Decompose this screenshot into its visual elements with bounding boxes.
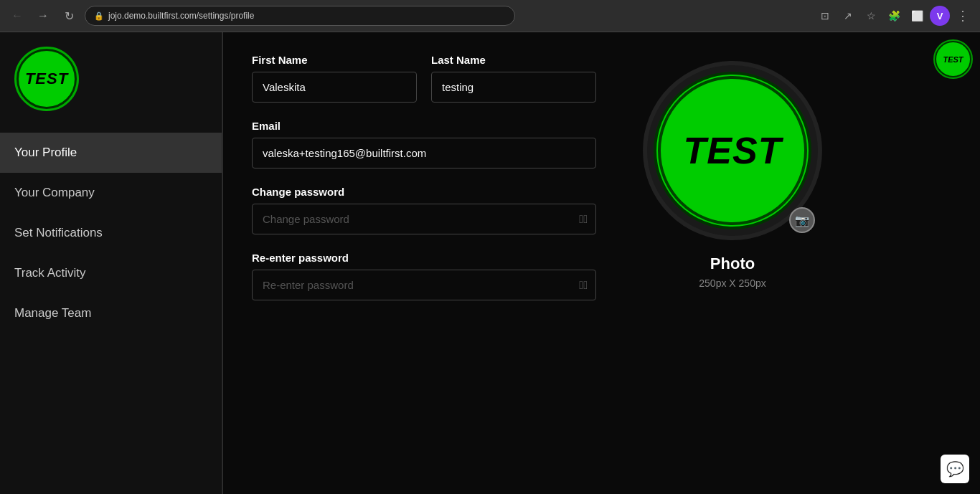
sidebar-nav: Your Profile Your Company Set Notificati… (0, 133, 222, 333)
email-input[interactable] (252, 138, 596, 168)
sidebar-item-label: Set Notifications (14, 226, 103, 239)
reenter-password-input[interactable] (252, 270, 596, 300)
last-name-group: Last Name (431, 54, 596, 103)
photo-label: Photo (710, 255, 755, 273)
sidebar: TEST Your Profile Your Company Set Notif… (0, 32, 222, 494)
chat-icon: 💬 (946, 460, 964, 478)
change-password-group: Change password 👁̸ (252, 186, 596, 234)
extensions-button[interactable]: 🧩 (884, 6, 904, 26)
sidebar-item-label: Your Company (14, 186, 95, 199)
chat-button[interactable]: 💬 (941, 455, 969, 483)
profile-avatar-text: TEST (684, 129, 782, 172)
profile-avatar-container: TEST 📷 (643, 61, 822, 240)
change-password-label: Change password (252, 186, 596, 198)
top-right-badge: TEST (933, 39, 973, 79)
eye-slash-icon: 👁̸ (579, 213, 588, 226)
browser-actions: ⊡ ↗ ☆ 🧩 ⬜ V ⋮ (815, 6, 973, 26)
photo-size: 250px X 250px (699, 277, 765, 289)
reload-button[interactable]: ↻ (59, 6, 79, 26)
address-bar: 🔒 jojo.demo.builtfirst.com/settings/prof… (85, 6, 515, 26)
sidebar-item-label: Track Activity (14, 266, 86, 280)
logo-text: TEST (25, 70, 68, 88)
change-password-row: Change password 👁̸ (252, 186, 596, 234)
last-name-label: Last Name (431, 54, 596, 66)
eye-slash-icon-2: 👁̸ (579, 279, 588, 292)
first-name-group: First Name (252, 54, 417, 103)
first-name-label: First Name (252, 54, 417, 66)
reenter-password-toggle[interactable]: 👁̸ (579, 279, 588, 292)
sidebar-item-manage-team[interactable]: Manage Team (0, 293, 222, 333)
sidebar-logo: TEST (0, 32, 222, 125)
change-password-input[interactable] (252, 204, 596, 234)
change-password-wrapper: 👁̸ (252, 204, 596, 234)
sidebar-item-set-notifications[interactable]: Set Notifications (0, 213, 222, 253)
forward-button[interactable]: → (33, 6, 53, 26)
browser-url: jojo.demo.builtfirst.com/settings/profil… (108, 11, 254, 21)
browser-menu-button[interactable]: ⋮ (953, 6, 973, 26)
email-label: Email (252, 120, 596, 132)
email-group: Email (252, 120, 596, 168)
main-content: First Name Last Name Email Change passw (223, 32, 980, 494)
browser-chrome: ← → ↻ 🔒 jojo.demo.builtfirst.com/setting… (0, 0, 980, 32)
last-name-input[interactable] (431, 72, 596, 103)
lock-icon: 🔒 (94, 11, 104, 21)
back-button[interactable]: ← (7, 6, 27, 26)
sidebar-item-your-company[interactable]: Your Company (0, 173, 222, 213)
name-row: First Name Last Name (252, 54, 596, 103)
sidebar-item-your-profile[interactable]: Your Profile (0, 133, 222, 173)
reenter-password-label: Re-enter password (252, 252, 596, 264)
email-row: Email (252, 120, 596, 168)
reenter-password-wrapper: 👁̸ (252, 270, 596, 300)
app-container: TEST Your Profile Your Company Set Notif… (0, 32, 980, 494)
sidebar-item-track-activity[interactable]: Track Activity (0, 253, 222, 293)
test-badge: TEST (933, 39, 973, 79)
profile-avatar-inner: TEST (654, 72, 811, 229)
screen-capture-button[interactable]: ⊡ (815, 6, 835, 26)
split-view-button[interactable]: ⬜ (907, 6, 927, 26)
sidebar-item-label: Manage Team (14, 306, 91, 320)
form-section: First Name Last Name Email Change passw (223, 32, 625, 494)
camera-icon: 📷 (795, 214, 809, 227)
share-button[interactable]: ↗ (838, 6, 858, 26)
first-name-input[interactable] (252, 72, 417, 103)
bookmark-button[interactable]: ☆ (861, 6, 881, 26)
test-badge-text: TEST (943, 55, 963, 64)
logo-circle: TEST (14, 47, 79, 111)
change-password-toggle[interactable]: 👁̸ (579, 213, 588, 226)
reenter-password-row: Re-enter password 👁̸ (252, 252, 596, 300)
camera-button[interactable]: 📷 (789, 207, 815, 233)
browser-profile-button[interactable]: V (930, 6, 950, 26)
sidebar-item-label: Your Profile (14, 146, 77, 159)
reenter-password-group: Re-enter password 👁̸ (252, 252, 596, 300)
photo-section: TEST 📷 Photo 250px X 250px (625, 32, 840, 494)
